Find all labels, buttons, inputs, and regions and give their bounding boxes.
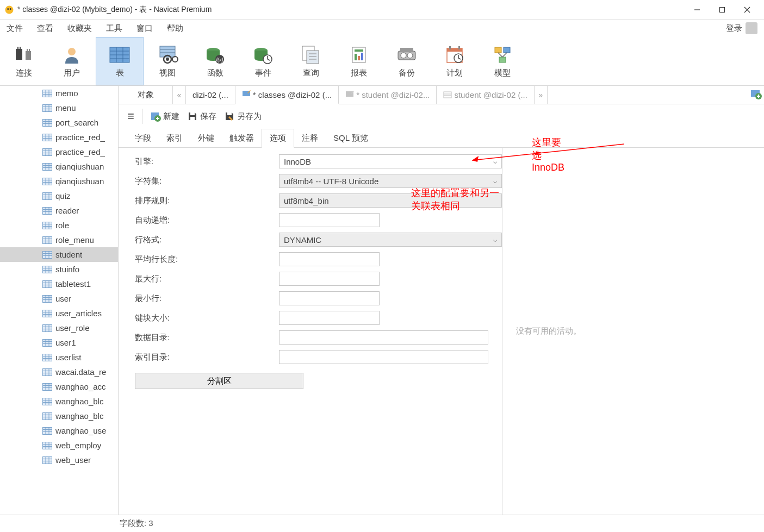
maxrows-input[interactable] [279,272,380,286]
table-icon [42,442,52,449]
tool-event[interactable]: 事件 [239,37,287,85]
sidebar-item[interactable]: wanghao_blc [0,394,118,409]
sidebar-item[interactable]: web_user [0,453,118,467]
sub-tab[interactable]: 触发器 [222,129,262,147]
charset-combo[interactable]: utf8mb4 -- UTF-8 Unicode⌵ [279,174,502,188]
sidebar-item[interactable]: reader [0,203,118,218]
collation-combo[interactable]: utf8mb4_bin [279,193,502,208]
sidebar[interactable]: memomenuport_searchpractice_red_practice… [0,86,119,515]
sidebar-item[interactable]: stuinfo [0,262,118,277]
minrows-input[interactable] [279,291,380,305]
engine-combo[interactable]: InnoDB⌵ [279,154,502,168]
tool-view[interactable]: 视图 [144,37,191,85]
autoinc-input[interactable] [279,213,380,227]
tool-schedule[interactable]: 计划 [431,37,479,85]
title-bar: * classes @dizi-02 (Mybits_demo) - 表 - N… [0,0,764,20]
tab-label: * student @dizi-02... [356,90,430,99]
maximize-button[interactable] [710,0,735,20]
sidebar-item[interactable]: user_role [0,321,118,335]
no-activity-text: 没有可用的活动。 [516,326,581,336]
tab-student-edit[interactable]: * student @dizi-02... [339,86,437,104]
tab-nav-right[interactable]: » [535,86,548,104]
sub-tab[interactable]: 选项 [262,129,294,148]
tool-model[interactable]: 模型 [479,37,526,85]
menu-tools[interactable]: 工具 [106,23,122,34]
tab-nav-left[interactable]: « [173,86,186,104]
sidebar-item[interactable]: practice_red_ [0,130,118,145]
tool-label: 表 [116,68,124,78]
sidebar-item[interactable]: wanghao_acc [0,379,118,394]
sidebar-item-label: role [55,221,69,230]
sidebar-item[interactable]: wanghao_blc [0,409,118,423]
tool-label: 函数 [207,68,223,78]
save-icon [187,111,198,122]
sidebar-item[interactable]: role_menu [0,233,118,247]
sub-tab[interactable]: 索引 [159,129,190,147]
menu-file[interactable]: 文件 [7,23,23,34]
sidebar-item-label: userlist [55,353,82,362]
sidebar-item-label: memo [55,89,78,98]
sub-tab[interactable]: 字段 [127,129,159,147]
table-icon [42,207,52,215]
sidebar-item[interactable]: student [0,247,118,262]
sidebar-item[interactable]: menu [0,101,118,115]
svg-line-57 [498,53,502,57]
sidebar-item[interactable]: practice_red_ [0,145,118,159]
svg-rect-69 [43,119,52,126]
tool-report[interactable]: 报表 [335,37,383,85]
indexdir-input[interactable] [279,350,488,364]
tool-function[interactable]: f(x)函数 [191,37,239,85]
svg-rect-164 [43,398,52,405]
sidebar-item[interactable]: userlist [0,350,118,365]
tool-table[interactable]: 表 [96,37,144,85]
sidebar-item[interactable]: wacai.data_re [0,365,118,379]
login-button[interactable]: 登录 [726,22,757,34]
svg-point-44 [401,53,406,58]
tab-student-view[interactable]: student @dizi-02 (... [437,86,534,104]
avgrowlen-input[interactable] [279,252,380,266]
close-button[interactable] [735,0,760,20]
sidebar-item[interactable]: user1 [0,335,118,350]
save-button[interactable]: 保存 [187,111,216,122]
sidebar-item[interactable]: web_employ [0,438,118,453]
blocksize-input[interactable] [279,311,380,325]
menu-help[interactable]: 帮助 [167,23,183,34]
svg-point-45 [407,53,413,58]
tool-connect[interactable]: 连接 [0,37,48,85]
tab-classes[interactable]: * classes @dizi-02 (... [235,86,339,104]
partition-button[interactable]: 分割区 [135,373,303,389]
tool-user[interactable]: 用户 [48,37,96,85]
sub-tab[interactable]: 外键 [190,129,222,147]
menu-window[interactable]: 窗口 [136,23,153,34]
new-button[interactable]: 新建 [150,111,179,122]
sub-tab[interactable]: 注释 [294,129,326,147]
sidebar-item[interactable]: port_search [0,115,118,130]
svg-rect-99 [43,207,52,214]
svg-rect-49 [449,46,451,49]
sidebar-item[interactable]: tabletest1 [0,277,118,291]
sidebar-item[interactable]: role [0,218,118,233]
saveas-button[interactable]: 另存为 [224,111,262,122]
tab-add-button[interactable] [750,88,762,102]
sidebar-item[interactable]: qianqiushuan [0,159,118,174]
tool-query[interactable]: 查询 [287,37,335,85]
datadir-input[interactable] [279,330,488,345]
tool-backup[interactable]: 备份 [383,37,431,85]
menu-view[interactable]: 查看 [37,23,53,34]
svg-rect-204 [227,112,232,115]
tab-objects[interactable]: 对象 [119,86,173,104]
sidebar-item[interactable]: wanghao_use [0,423,118,438]
menu-favorites[interactable]: 收藏夹 [67,23,92,34]
sidebar-item[interactable]: qianqiushuan [0,174,118,189]
sub-tab[interactable]: SQL 预览 [326,129,376,147]
sidebar-item[interactable]: user_articles [0,306,118,321]
menu-icon[interactable]: ≡ [127,109,134,123]
sidebar-item[interactable]: quiz [0,189,118,203]
sidebar-item[interactable]: memo [0,86,118,101]
tab-dizi02[interactable]: dizi-02 (... [186,86,235,104]
sidebar-item[interactable]: user [0,291,118,306]
collation-value: utf8mb4_bin [284,196,329,205]
svg-rect-149 [43,354,52,361]
rowformat-combo[interactable]: DYNAMIC⌵ [279,233,502,247]
minimize-button[interactable] [685,0,710,20]
